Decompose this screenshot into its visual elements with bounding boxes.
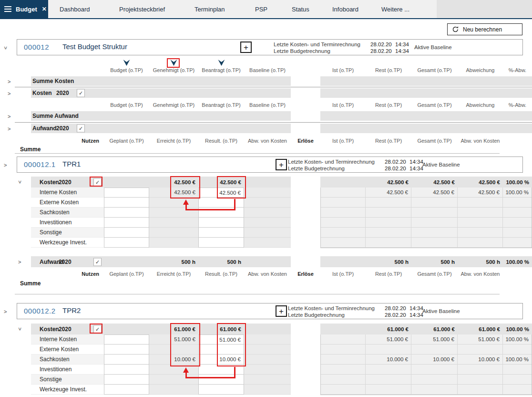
tab-budget-label: Budget	[16, 6, 37, 13]
budget-cell[interactable]	[104, 355, 149, 365]
beantragt-cell[interactable]	[198, 238, 244, 248]
col-baseline: Baseline (o.TP)	[244, 102, 291, 108]
project-header: 000012 Test Budget Struktur + Letzte Kos…	[17, 39, 523, 55]
tpr1-aufwand-pabw: 100.00 %	[503, 256, 532, 267]
table-row: Werkzeuge Invest.	[31, 238, 291, 248]
chevron-down-icon[interactable]: >	[17, 180, 22, 183]
beantragt-cell[interactable]	[198, 385, 244, 395]
tpr1-aufwand-checkbox[interactable]: ✓	[93, 258, 102, 266]
summe-aufwand-row-right	[320, 111, 532, 121]
last-budget-calc-label: Letzte Budgetrechnung	[288, 312, 385, 318]
chevron-down-icon[interactable]: >	[3, 46, 8, 49]
chevron-right-icon[interactable]: >	[4, 309, 7, 314]
tpr2-kosten-row-right: 61.000 € 61.000 € 61.000 € 100.00 %	[320, 324, 532, 334]
budget-cell[interactable]	[104, 385, 149, 395]
beantragt-cell[interactable]	[198, 375, 244, 385]
tpr2-kosten-pabw: 100.00 %	[503, 324, 532, 334]
tab-budget[interactable]: Budget ✕	[0, 0, 48, 18]
chevron-right-icon[interactable]: >	[8, 91, 10, 96]
chevron-right-icon[interactable]: >	[8, 79, 10, 84]
table-row	[321, 385, 532, 395]
row-label: Externe Kosten	[31, 198, 104, 208]
tab-psp[interactable]: PSP	[255, 0, 267, 18]
add-button[interactable]: +	[240, 42, 252, 53]
chevron-right-icon[interactable]: >	[8, 126, 10, 132]
table-row: 10.000 € 10.000 € 10.000 € 100.00 %	[321, 355, 532, 365]
budget-cell[interactable]	[104, 365, 149, 375]
tab-terminplan[interactable]: Terminplan	[194, 0, 225, 18]
budget-cell[interactable]	[104, 238, 149, 248]
tab-infoboard[interactable]: Infoboard	[332, 0, 358, 18]
chevron-right-icon[interactable]: >	[4, 163, 7, 168]
rest-cell: 51.000 €	[366, 334, 411, 345]
close-icon[interactable]: ✕	[42, 6, 47, 12]
budget-cell[interactable]	[104, 345, 149, 355]
tab-weitere[interactable]: Weitere ...	[381, 0, 409, 18]
table-row: Sachkosten 10.000 € 10.000 €	[31, 355, 291, 365]
budget-cell[interactable]	[104, 198, 149, 208]
tpr1-title: TPR1	[62, 160, 81, 168]
baseline-cell	[244, 198, 291, 208]
last-cost-calc-label: Letzte Kosten- und Terminrechnung	[288, 305, 385, 312]
beantragt-cell[interactable]	[198, 218, 244, 228]
row-label: Sachkosten	[31, 208, 104, 218]
chevron-down-icon[interactable]: >	[17, 327, 22, 330]
tab-projektsteckbrief[interactable]: Projektsteckbrief	[119, 0, 165, 18]
table-row: Interne Kosten 51.000 € 51.000 €	[31, 334, 291, 345]
summe-kosten-label: Summe Kosten	[32, 78, 74, 84]
budget-cell[interactable]	[104, 208, 149, 218]
last-budget-calc-date: 28.02.20	[385, 165, 409, 172]
project-title: Test Budget Struktur	[62, 42, 127, 51]
baseline-cell	[244, 365, 291, 375]
row-label: Interne Kosten	[31, 188, 104, 198]
col-abweichung: Abweichung	[458, 67, 503, 73]
table-row: Externe Kosten	[31, 198, 291, 208]
col-ist: Ist (o.TP)	[320, 67, 366, 73]
erloese-label: Erlöse	[291, 137, 320, 144]
tpr2-kosten-gesamt: 61.000 €	[411, 324, 458, 334]
col-baseline: Baseline (o.TP)	[244, 67, 291, 73]
table-row	[321, 365, 532, 375]
tab-dashboard[interactable]: Dashboard	[60, 0, 90, 18]
tpr2-header: 000012.2 TPR2 + Letzte Kosten- und Termi…	[17, 303, 523, 319]
add-button[interactable]: +	[276, 159, 287, 170]
row-label: Sonstige	[31, 375, 104, 385]
budget-cell[interactable]	[104, 375, 149, 385]
tpr1-kosten-abweichung: 42.500 €	[458, 177, 503, 188]
erloese-label: Erlöse	[291, 271, 320, 277]
abweichung-cell: 51.000 €	[458, 334, 503, 345]
beantragt-cell[interactable]	[198, 198, 244, 208]
table-row: Werkzeuge Invest.	[31, 385, 291, 395]
hamburger-menu-icon[interactable]	[4, 5, 11, 13]
filter-icon-beantragt[interactable]	[217, 60, 225, 66]
beantragt-cell[interactable]	[198, 228, 244, 238]
tpr1-kosten-row-right: 42.500 € 42.500 € 42.500 € 100.00 %	[320, 177, 532, 188]
chevron-right-icon[interactable]: >	[18, 260, 21, 265]
annotation-box-beantragt-tpr1	[217, 176, 246, 198]
budget-cell[interactable]	[104, 218, 149, 228]
aufwand-label: Aufwand	[32, 125, 57, 132]
pabw-cell: 100.00 %	[503, 188, 532, 198]
genehmigt-cell	[149, 385, 198, 395]
tab-status[interactable]: Status	[292, 0, 309, 18]
kosten-2020-checkbox[interactable]: ✓	[77, 89, 85, 97]
col-pabw: %-Abw.	[503, 102, 532, 108]
divider	[15, 153, 500, 154]
budget-cell[interactable]	[104, 334, 149, 345]
budget-cell[interactable]	[104, 188, 149, 198]
filter-icon-budget[interactable]	[123, 60, 131, 66]
table-row: 51.000 € 51.000 € 51.000 € 100.00 %	[321, 334, 532, 345]
col-gesamt: Gesamt (o.TP)	[411, 67, 458, 73]
tpr1-cost-table-right: 42.500 € 42.500 € 42.500 € 100.00 %	[320, 188, 532, 248]
chevron-right-icon[interactable]: >	[8, 114, 10, 119]
table-row: Investitionen	[31, 365, 291, 375]
aufwand-2020-checkbox[interactable]: ✓	[77, 125, 85, 133]
recalculate-button[interactable]: Neu berechnen	[447, 23, 522, 35]
budget-cell[interactable]	[104, 228, 149, 238]
table-row: Sonstige	[31, 375, 291, 385]
year-label: 2020	[59, 326, 72, 333]
add-button[interactable]: +	[276, 305, 287, 317]
last-cost-calc-date: 28.02.20	[385, 158, 409, 165]
col-gesamt: Gesamt (o.TP)	[411, 137, 458, 144]
table-row: Sachkosten	[31, 208, 291, 218]
